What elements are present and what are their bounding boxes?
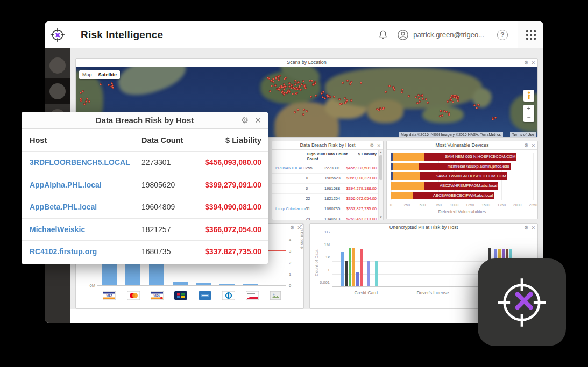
popup-header[interactable]: Data Breach Risk by Host ⚙ ✕ [22,112,268,129]
scan-marker [425,98,427,100]
liability-cell: $337,827,735.00 [346,206,377,211]
liability-cell: $456,933,501.00 [346,165,377,170]
scan-marker [302,113,304,116]
scan-marker [452,101,454,103]
bar[interactable] [349,248,351,287]
bar[interactable] [356,272,359,287]
map-mode-button[interactable]: Map [79,70,95,79]
user-email: patrick.green@trigeo... [413,31,484,39]
col-liability: $ Liability [349,152,377,162]
vuln-count-cell: 0 [306,176,324,181]
visa-electron-card-icon: VISA [151,291,164,300]
card-brand-icons: VISAVISA [97,291,286,300]
bar[interactable] [352,248,355,287]
host-link[interactable]: t.corp.Coinstar.com [275,207,306,211]
brand-logo-card [478,258,566,346]
scan-marker [301,83,303,85]
help-button[interactable]: ? [497,30,508,40]
stacked-bar-chart: SAM-NEM-005-N.HOSPICECOM.COMmsmreker7800… [391,153,533,200]
data-count-cell: 2273301 [141,158,205,167]
host-link[interactable]: AppAlpha.PHL.local [30,181,141,189]
bar-maestro[interactable] [173,282,188,285]
terms-of-use-link[interactable]: Terms of Use [510,132,536,137]
bar-diners-club[interactable] [219,284,235,285]
scan-marker [401,89,403,91]
gear-icon[interactable]: ⚙ [241,115,249,125]
scan-marker [306,110,308,112]
close-icon[interactable]: ✕ [531,59,535,67]
table-row: 01961588$394,279,188.00 [272,184,383,194]
close-icon[interactable]: ✕ [377,142,381,149]
data-count-cell: 2273301 [324,165,346,170]
app-switcher-button[interactable] [518,21,543,48]
popup-table-body: 3RDFLOORBENCH5.LOCAL2273301$456,093,080.… [22,151,268,263]
popup-title: Data Breach Risk by Host [22,116,268,125]
close-icon[interactable]: ✕ [531,142,535,149]
bar[interactable] [360,249,363,287]
bar[interactable] [345,261,348,287]
y-tick: 1G [324,229,332,234]
col-host [275,152,307,162]
user-menu[interactable]: patrick.green@trigeo... [397,29,484,41]
gear-icon[interactable]: ⚙ [524,142,529,149]
bar-segment [393,163,419,170]
gear-icon[interactable]: ⚙ [524,59,529,67]
col-liability: $ Liability [205,136,261,145]
scan-marker [303,85,306,87]
satellite-mode-button[interactable]: Satellite [95,70,121,79]
bell-icon [378,30,388,40]
zoom-out-button[interactable]: − [523,113,534,122]
panel-title: Most Vulnerable Devices [387,142,537,148]
bar-visa-electron[interactable] [149,262,164,285]
host-link[interactable]: AppBeta.PHL.local [30,203,141,211]
host-link[interactable]: 3RDFLOORBENCH5.LOCAL [30,158,141,167]
visa-card-icon: VISA [103,291,116,300]
gear-icon[interactable]: ⚙ [370,142,374,149]
scan-marker [283,83,285,85]
header-actions: patrick.green@trigeo... ? [372,21,543,48]
unknown-card-card-icon [270,291,281,300]
bar[interactable] [367,261,370,287]
bar-segment [391,192,413,199]
grid-icon [526,30,536,40]
crosshair-x-logo [495,276,549,329]
host-link[interactable]: PROVANTHEALTH.LOCAL [275,166,306,170]
sidebar-item-2-selected[interactable] [45,78,70,104]
x-tick: 2000 [513,203,522,207]
notifications-button[interactable] [372,30,394,40]
scroll-thumb[interactable] [379,155,382,180]
host-link[interactable]: RC4102.firstup.org [30,247,141,256]
screenshot-canvas: Risk Intelligence patrick.green@trigeo..… [0,0,588,367]
app-logo[interactable] [45,21,70,48]
scroll-down-icon[interactable]: ▼ [379,215,383,220]
y-tick: 1M [324,242,332,247]
scan-marker [453,96,455,98]
bar-unknown-card[interactable] [267,285,282,285]
zoom-in-button[interactable]: + [523,105,534,113]
device-bar: SAM-NEM-005-N.HOSPICECOM.COM [391,153,533,161]
data-count-cell: 1821254 [324,196,346,201]
bar-amex[interactable] [196,283,211,285]
bar[interactable] [375,261,378,287]
panel-header: Data Breach Risk by Host ⚙ ✕ [272,141,383,150]
liability-cell: $366,072,054.00 [205,225,261,234]
sidebar-item-1[interactable] [45,53,70,78]
y-tick-right: 2 [286,260,291,265]
scan-marker [416,102,419,104]
table-body: PROVANTHEALTH.LOCAL2552273301$456,933,50… [272,163,383,220]
gear-icon[interactable]: ⚙ [524,224,529,232]
panel-header: Most Vulnerable Devices ⚙ ✕ [387,141,537,150]
panel-title: Unencrypted PII at Risk by Host [310,225,537,230]
scrollbar[interactable]: ▲ ▼ [378,150,383,220]
scroll-up-icon[interactable]: ▲ [379,150,383,155]
y-tick-left: 0M [90,283,97,288]
gear-icon[interactable]: ⚙ [290,224,295,232]
bar-discover[interactable] [243,284,258,285]
street-view-pegman-button[interactable] [523,90,534,102]
scan-marker [108,84,110,86]
host-link[interactable]: MichaelWeiskic [30,225,141,234]
panel-header: Scans by Location ⚙ ✕ [76,59,537,67]
bar[interactable] [341,252,344,287]
close-icon[interactable]: ✕ [254,116,261,125]
close-icon[interactable]: ✕ [531,224,535,232]
